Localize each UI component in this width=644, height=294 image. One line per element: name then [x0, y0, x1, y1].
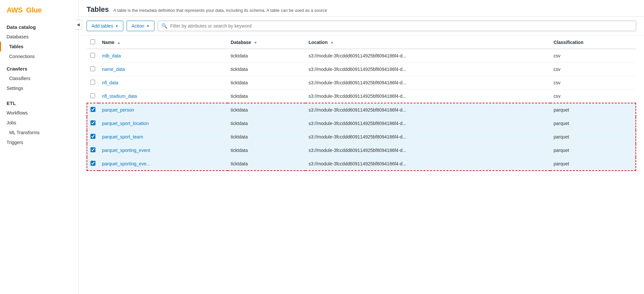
row-name-link[interactable]: parquet_sporting_event	[102, 148, 150, 153]
row-name-cell[interactable]: name_data	[99, 63, 228, 76]
sidebar-item-classifiers[interactable]: Classifiers	[0, 74, 78, 83]
sidebar-item-settings[interactable]: Settings	[0, 83, 78, 93]
table-row: mlb_data ticktdata s3://module-3fccddd60…	[87, 49, 636, 63]
sidebar-item-tables[interactable]: Tables	[0, 42, 78, 52]
row-checkbox[interactable]	[91, 134, 95, 139]
row-checkbox[interactable]	[90, 93, 95, 98]
search-input[interactable]	[170, 23, 633, 29]
row-name-cell[interactable]: parquet_sport_location	[99, 117, 228, 130]
row-checkbox[interactable]	[90, 66, 95, 71]
data-table: Name ▲ Database ▼ Location ▼ Classificat…	[87, 35, 636, 171]
etl-section: ETL	[0, 96, 78, 108]
main-content: Tables A table is the metadata definitio…	[79, 0, 644, 294]
table-row: parquet_sport_team ticktdata s3://module…	[87, 130, 636, 144]
row-name-link[interactable]: parquet_sport_location	[102, 121, 149, 126]
database-sort-icon: ▼	[254, 41, 257, 45]
row-name-cell[interactable]: nfl_stadium_data	[99, 90, 228, 103]
row-name-cell[interactable]: parquet_sport_team	[99, 130, 228, 144]
sidebar-item-databases[interactable]: Databases	[0, 32, 78, 42]
select-all-checkbox[interactable]	[90, 39, 95, 44]
row-classification-cell: parquet	[550, 157, 636, 171]
search-icon: 🔍	[161, 23, 168, 29]
row-checkbox[interactable]	[90, 53, 95, 58]
row-classification-cell: csv	[550, 49, 636, 63]
sidebar-item-workflows[interactable]: Workflows	[0, 108, 78, 118]
row-checkbox-cell[interactable]	[87, 130, 99, 144]
sidebar-collapse-button[interactable]: ◀	[75, 20, 82, 30]
row-name-cell[interactable]: mlb_data	[99, 49, 228, 63]
row-location-cell: s3://module-3fccddd609114925bf8094186f4-…	[305, 117, 550, 130]
action-button[interactable]: Action ▼	[127, 21, 154, 31]
sidebar-item-connections[interactable]: Connections	[0, 52, 78, 61]
table-row: nfl_data ticktdata s3://module-3fccddd60…	[87, 76, 636, 90]
row-checkbox-cell[interactable]	[87, 144, 99, 157]
table-header-row: Name ▲ Database ▼ Location ▼ Classificat…	[87, 35, 636, 49]
logo-aws: AWS	[7, 6, 23, 14]
row-name-cell[interactable]: parquet_sporting_event	[99, 144, 228, 157]
page-header: Tables A table is the metadata definitio…	[79, 0, 644, 17]
row-database-cell: ticktdata	[228, 117, 305, 130]
row-checkbox[interactable]	[90, 80, 95, 85]
column-classification: Classification	[550, 35, 636, 49]
row-name-link[interactable]: parquet_sport_team	[102, 134, 143, 139]
add-tables-chevron-icon: ▼	[115, 24, 118, 28]
row-name-link[interactable]: nfl_stadium_data	[102, 94, 137, 99]
table-row: parquet_person ticktdata s3://module-3fc…	[87, 103, 636, 117]
row-checkbox-cell[interactable]	[87, 103, 99, 117]
row-checkbox-cell[interactable]	[87, 76, 99, 90]
row-checkbox[interactable]	[91, 161, 95, 166]
logo-glue: Glue	[26, 6, 42, 14]
row-database-cell: ticktdata	[228, 76, 305, 90]
row-name-link[interactable]: name_data	[102, 67, 125, 72]
location-sort-icon: ▼	[330, 41, 334, 45]
column-database[interactable]: Database ▼	[228, 35, 305, 49]
row-location-cell: s3://module-3fccddd609114925bf8094186f4-…	[305, 130, 550, 144]
row-checkbox-cell[interactable]	[87, 90, 99, 103]
select-all-header[interactable]	[87, 35, 99, 49]
row-location-cell: s3://module-3fccddd609114925bf8094186f4-…	[305, 157, 550, 171]
row-checkbox[interactable]	[91, 107, 95, 112]
row-location-cell: s3://module-3fccddd609114925bf8094186f4-…	[305, 49, 550, 63]
row-classification-cell: csv	[550, 90, 636, 103]
action-chevron-icon: ▼	[146, 24, 150, 28]
row-location-cell: s3://module-3fccddd609114925bf8094186f4-…	[305, 63, 550, 76]
action-label: Action	[131, 23, 144, 29]
row-location-cell: s3://module-3fccddd609114925bf8094186f4-…	[305, 103, 550, 117]
table-row: parquet_sport_location ticktdata s3://mo…	[87, 117, 636, 130]
table-row: name_data ticktdata s3://module-3fccddd6…	[87, 63, 636, 76]
row-classification-cell: parquet	[550, 103, 636, 117]
row-name-link[interactable]: parquet_person	[102, 107, 134, 113]
row-checkbox-cell[interactable]	[87, 157, 99, 171]
row-checkbox[interactable]	[91, 120, 95, 125]
table-row: parquet_sporting_event ticktdata s3://mo…	[87, 144, 636, 157]
data-catalog-section: Data catalog	[0, 20, 78, 32]
row-name-cell[interactable]: parquet_sporting_eve...	[99, 157, 228, 171]
row-name-link[interactable]: nfl_data	[102, 80, 118, 85]
row-classification-cell: csv	[550, 63, 636, 76]
row-name-cell[interactable]: parquet_person	[99, 103, 228, 117]
row-checkbox-cell[interactable]	[87, 63, 99, 76]
add-tables-button[interactable]: Add tables ▼	[87, 21, 123, 31]
column-location[interactable]: Location ▼	[305, 35, 550, 49]
sidebar-item-triggers[interactable]: Triggers	[0, 137, 78, 147]
row-checkbox-cell[interactable]	[87, 49, 99, 63]
search-box[interactable]: 🔍	[158, 21, 636, 31]
row-database-cell: ticktdata	[228, 130, 305, 144]
row-database-cell: ticktdata	[228, 63, 305, 76]
column-name[interactable]: Name ▲	[99, 35, 228, 49]
row-database-cell: ticktdata	[228, 103, 305, 117]
sidebar-item-jobs[interactable]: Jobs	[0, 118, 78, 128]
row-name-link[interactable]: mlb_data	[102, 53, 121, 58]
table-row: parquet_sporting_eve... ticktdata s3://m…	[87, 157, 636, 171]
name-sort-icon: ▲	[117, 41, 121, 45]
row-name-cell[interactable]: nfl_data	[99, 76, 228, 90]
row-classification-cell: parquet	[550, 130, 636, 144]
crawlers-section: Crawlers	[0, 61, 78, 74]
row-location-cell: s3://module-3fccddd609114925bf8094186f4-…	[305, 144, 550, 157]
row-name-link[interactable]: parquet_sporting_eve...	[102, 161, 150, 166]
page-subtitle: A table is the metadata definition that …	[113, 8, 327, 13]
row-checkbox[interactable]	[91, 147, 95, 152]
row-database-cell: ticktdata	[228, 157, 305, 171]
sidebar-item-ml-transforms[interactable]: ML Transforms	[0, 128, 78, 137]
row-checkbox-cell[interactable]	[87, 117, 99, 130]
